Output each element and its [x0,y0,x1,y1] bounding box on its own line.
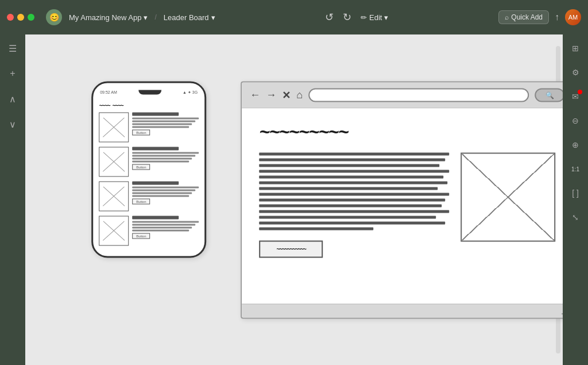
text-line [259,170,449,172]
phone-item-image-2 [99,147,129,176]
board-name-chevron: ▾ [211,13,215,22]
phone-wireframe: 09:52 AM ▲ ✦ 3G ~~~~ ~~~~ [91,81,206,258]
quick-add-button[interactable]: ⌕ Quick Add [498,10,549,24]
phone-item-title-4 [132,216,179,219]
browser-back-button[interactable]: ← [250,89,260,101]
phone-item-line [132,123,192,125]
close-button[interactable] [7,14,14,21]
sidebar-icon-up[interactable]: ∧ [5,91,21,107]
app-name-button[interactable]: My Amazing New App ▾ [69,13,148,22]
minimize-button[interactable] [17,14,24,21]
browser-url-bar[interactable] [308,88,529,102]
phone-item-text-2: Button [132,147,199,170]
app-name-chevron: ▾ [144,13,148,22]
text-line [259,175,443,178]
sidebar-icon-menu[interactable]: ☰ [5,40,21,56]
comments-icon[interactable]: ✉ [567,89,583,105]
phone-item-title-2 [132,147,179,150]
phone-item-image-1 [99,112,129,142]
left-sidebar: ☰ + ∧ ∨ [0,34,25,365]
app-logo: 😊 [46,9,62,25]
edit-label: ✏ Edit [361,13,382,22]
fit-selection-icon[interactable]: [ ] [567,185,583,201]
browser-search-button[interactable]: 🔍 [535,88,563,102]
phone-body: ~~~~ ~~~~ Button [93,99,204,256]
phone-list-item: Button [99,112,199,142]
redo-button[interactable]: ↻ [343,11,351,24]
browser-heading: ~~~~~~~~~ [259,122,555,143]
board-name-button[interactable]: Leader Board ▾ [164,13,215,22]
text-line [259,193,449,195]
zoom-out-icon[interactable]: ⊖ [567,113,583,129]
close-tab-icon: ✕ [282,89,291,101]
phone-item-image-3 [99,181,129,211]
phone-status-bar: 09:52 AM ▲ ✦ 3G [93,83,204,99]
browser-home-button[interactable]: ⌂ [296,89,303,101]
undo-icon: ↺ [325,11,334,24]
app-name-label: My Amazing New App [69,13,141,22]
browser-main-content: ~~~~~~~~~~~ [259,152,555,258]
breadcrumb-separator: / [154,13,156,21]
titlebar-center: ↺ ↻ ✏ Edit ▾ [222,11,492,24]
home-icon: ⌂ [296,89,303,101]
phone-item-image-4 [99,216,129,245]
grid-view-icon[interactable]: ⊞ [567,40,583,56]
zoom-reset-button[interactable]: 1:1 [567,161,583,177]
browser-wireframe: ← → ✕ ⌂ 🔍 ~~~~~~~~~ [241,81,563,318]
filter-icon[interactable]: ⚙ [567,64,583,80]
phone-time: 09:52 AM [100,90,117,94]
phone-item-line [132,117,199,119]
text-line [259,216,436,218]
fullscreen-icon[interactable]: ⤡ [567,209,583,225]
sidebar-icon-add[interactable]: + [5,66,21,82]
phone-title: ~~~~ ~~~~ [99,102,123,109]
browser-close-tab-button[interactable]: ✕ [282,89,291,101]
phone-item-line [132,126,189,128]
phone-item-button-2[interactable]: Button [132,164,150,170]
undo-button[interactable]: ↺ [325,11,334,24]
phone-item-title-3 [132,181,179,185]
phone-list-item: Button [99,216,199,245]
notification-badge [578,90,582,94]
browser-text-column: ~~~~~~~~~~~ [259,152,449,258]
text-line [259,221,445,224]
phone-item-button-3[interactable]: Button [132,198,150,204]
phone-notch [138,90,161,94]
edit-chevron: ▾ [384,13,388,22]
phone-item-line [132,120,195,122]
browser-forward-button[interactable]: → [266,89,276,101]
sidebar-icon-down[interactable]: ∨ [5,116,21,132]
phone-status-icons: ▲ ✦ 3G [183,90,198,94]
share-icon: ↑ [555,12,559,22]
text-line [259,164,439,167]
text-line [259,227,373,230]
edit-button[interactable]: ✏ Edit ▾ [361,13,388,22]
text-line [259,204,442,207]
board-name-label: Leader Board [164,13,209,22]
text-line [259,181,447,184]
phone-item-title-1 [132,112,179,116]
phone-item-button-1[interactable]: Button [132,129,150,135]
main-canvas: 09:52 AM ▲ ✦ 3G ~~~~ ~~~~ [25,34,563,365]
browser-cta-row: ~~~~~~~~~~~ [259,240,449,258]
text-line [259,210,449,213]
text-line [259,187,438,190]
avatar[interactable]: AM [565,9,581,25]
phone-list-item: Button [99,147,199,176]
forward-icon: → [266,89,276,101]
phone-item-button-4[interactable]: Button [132,233,150,239]
titlebar-right: ⌕ Quick Add ↑ AM [498,9,581,25]
traffic-lights [7,14,34,21]
browser-toolbar: ← → ✕ ⌂ 🔍 [242,82,563,108]
share-button[interactable]: ↑ [555,12,559,22]
maximize-button[interactable] [28,14,34,21]
browser-bottom-bar: ⋰ [242,303,563,317]
browser-cta-button[interactable]: ~~~~~~~~~~~ [259,240,323,258]
phone-item-text-1: Button [132,112,199,135]
search-icon: 🔍 [546,91,554,99]
back-icon: ← [250,89,260,101]
resize-handle-icon: ⋰ [561,307,563,315]
quick-add-label: Quick Add [511,13,543,21]
text-line [259,158,445,161]
zoom-in-icon[interactable]: ⊕ [567,137,583,153]
